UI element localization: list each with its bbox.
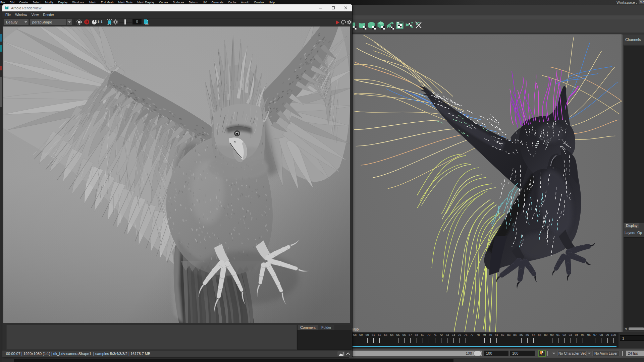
uv-editor-icon[interactable] bbox=[396, 21, 405, 32]
menu-curves[interactable]: Curves bbox=[159, 0, 168, 5]
menu-modify[interactable]: Modify bbox=[45, 0, 54, 5]
arnold-menu-render[interactable]: Render bbox=[43, 13, 54, 17]
frame-tick[interactable] bbox=[484, 338, 485, 343]
anim-layer-dropdown-icon[interactable] bbox=[588, 353, 591, 354]
frame-tick[interactable] bbox=[577, 338, 577, 343]
frame-tick[interactable] bbox=[361, 338, 361, 343]
menu-ornatrix[interactable]: Ornatrix bbox=[254, 0, 264, 5]
dropdown-arrow-icon[interactable] bbox=[66, 19, 72, 25]
poly-cube-icon[interactable] bbox=[377, 21, 386, 32]
frame-tick[interactable] bbox=[521, 338, 522, 343]
aov-selector[interactable]: Beauty bbox=[4, 19, 29, 25]
menu-mesh-tools[interactable]: Mesh Tools bbox=[118, 0, 133, 5]
frame-tick[interactable] bbox=[367, 338, 368, 343]
menu-display[interactable]: Display bbox=[58, 0, 68, 5]
frame-tick[interactable] bbox=[595, 338, 595, 343]
menu-mesh-display[interactable]: Mesh Display bbox=[137, 0, 154, 5]
frame-tick[interactable] bbox=[589, 338, 589, 343]
tab-options[interactable]: Op bbox=[637, 231, 642, 235]
poly-shell-icon[interactable] bbox=[358, 21, 367, 32]
anim-layer-field[interactable]: No Anim Layer bbox=[592, 351, 620, 356]
workspace-dropdown[interactable]: Ma bbox=[639, 0, 644, 4]
fps-field[interactable]: 24 fps bbox=[626, 351, 644, 356]
frame-tick[interactable] bbox=[478, 338, 478, 343]
animation-end-field[interactable]: 100 bbox=[510, 351, 535, 356]
debug-shading-icon[interactable] bbox=[92, 19, 97, 26]
layer-editor-hscrollbar[interactable]: ◀ bbox=[624, 327, 644, 330]
menu-mesh[interactable]: Mesh bbox=[89, 0, 96, 5]
frame-tick[interactable] bbox=[392, 338, 392, 343]
frame-tick[interactable] bbox=[410, 338, 411, 343]
frame-tick[interactable] bbox=[558, 338, 558, 343]
tab-comment[interactable]: Comment bbox=[298, 325, 318, 330]
close-button[interactable] bbox=[340, 4, 351, 11]
frame-tick[interactable] bbox=[607, 338, 608, 343]
frame-tick[interactable] bbox=[453, 338, 454, 343]
arnold-menu-window[interactable]: Window bbox=[15, 13, 27, 17]
region-render-icon[interactable] bbox=[107, 19, 112, 26]
command-line-input[interactable] bbox=[14, 359, 453, 362]
menu-edit-mesh[interactable]: Edit Mesh bbox=[101, 0, 114, 5]
menu-cache[interactable]: Cache bbox=[228, 0, 236, 5]
current-frame-field[interactable]: 1 bbox=[620, 335, 644, 341]
frame-tick[interactable] bbox=[496, 338, 497, 343]
frame-tick[interactable] bbox=[373, 338, 374, 343]
minimize-button[interactable] bbox=[316, 4, 326, 11]
arnold-menu-file[interactable]: File bbox=[5, 13, 11, 17]
frame-tick[interactable] bbox=[441, 338, 441, 343]
frame-tick[interactable] bbox=[490, 338, 491, 343]
camera-selector[interactable]: perspShape bbox=[30, 19, 72, 25]
exposure-slider-handle[interactable] bbox=[124, 19, 126, 24]
collapse-chevron-icon[interactable] bbox=[345, 351, 351, 356]
menu-file[interactable]: File bbox=[0, 0, 5, 5]
comment-pane[interactable] bbox=[6, 325, 297, 350]
curve-flow-icon[interactable] bbox=[386, 21, 395, 32]
exposure-value-field[interactable]: 0 bbox=[132, 19, 142, 24]
channels-menu[interactable]: Channels bbox=[625, 38, 641, 42]
tab-display[interactable]: Display bbox=[625, 223, 639, 228]
frame-tick[interactable] bbox=[503, 338, 503, 343]
frame-tick[interactable] bbox=[552, 338, 552, 343]
frame-tick[interactable] bbox=[466, 338, 466, 343]
frame-tick[interactable] bbox=[571, 338, 571, 343]
play-ipr-icon[interactable] bbox=[335, 20, 340, 26]
zoom-1to1-button[interactable]: 1:1 bbox=[97, 20, 103, 24]
menu-uv[interactable]: UV bbox=[203, 0, 207, 5]
cut-cross-icon[interactable] bbox=[405, 21, 414, 32]
menu-create[interactable]: Create bbox=[19, 0, 28, 5]
frame-tick[interactable] bbox=[601, 338, 601, 343]
frame-tick[interactable] bbox=[447, 338, 447, 343]
menu-select[interactable]: Select bbox=[33, 0, 41, 5]
frame-tick[interactable] bbox=[613, 338, 614, 343]
menu-arnold[interactable]: Arnold bbox=[241, 0, 250, 5]
maximize-button[interactable] bbox=[328, 4, 338, 11]
menu-deform[interactable]: Deform bbox=[189, 0, 198, 5]
range-slider-handle[interactable] bbox=[473, 351, 482, 356]
render-image[interactable] bbox=[3, 26, 350, 323]
layer-editor-list[interactable] bbox=[624, 237, 644, 327]
frame-tick[interactable] bbox=[435, 338, 435, 343]
frame-tick[interactable] bbox=[527, 338, 528, 343]
frame-tick[interactable] bbox=[355, 338, 355, 343]
character-set-field[interactable]: No Character Set bbox=[557, 351, 587, 356]
frame-tick[interactable] bbox=[472, 338, 472, 343]
frame-tick[interactable] bbox=[583, 338, 583, 343]
frame-tick[interactable] bbox=[404, 338, 405, 343]
abort-render-icon[interactable] bbox=[84, 19, 90, 26]
menu-edit[interactable]: Edit bbox=[10, 0, 15, 5]
log-icon[interactable]: LOG bbox=[144, 19, 149, 26]
frame-tick[interactable] bbox=[564, 338, 565, 343]
menu-windows[interactable]: Windows bbox=[72, 0, 84, 5]
start-render-icon[interactable] bbox=[76, 19, 82, 26]
frame-tick[interactable] bbox=[429, 338, 429, 343]
range-slider[interactable]: 100 bbox=[349, 351, 482, 356]
scroll-left-icon[interactable]: ◀ bbox=[625, 327, 627, 330]
arnold-menu-view[interactable]: View bbox=[32, 13, 39, 17]
frame-tick[interactable] bbox=[546, 338, 546, 343]
refresh-loop-icon[interactable] bbox=[341, 20, 346, 26]
aperture-icon[interactable] bbox=[113, 19, 118, 26]
frame-tick[interactable] bbox=[509, 338, 509, 343]
frame-tick[interactable] bbox=[423, 338, 423, 343]
frame-tick[interactable] bbox=[515, 338, 515, 343]
maya-viewport[interactable]: persp bbox=[349, 35, 622, 332]
